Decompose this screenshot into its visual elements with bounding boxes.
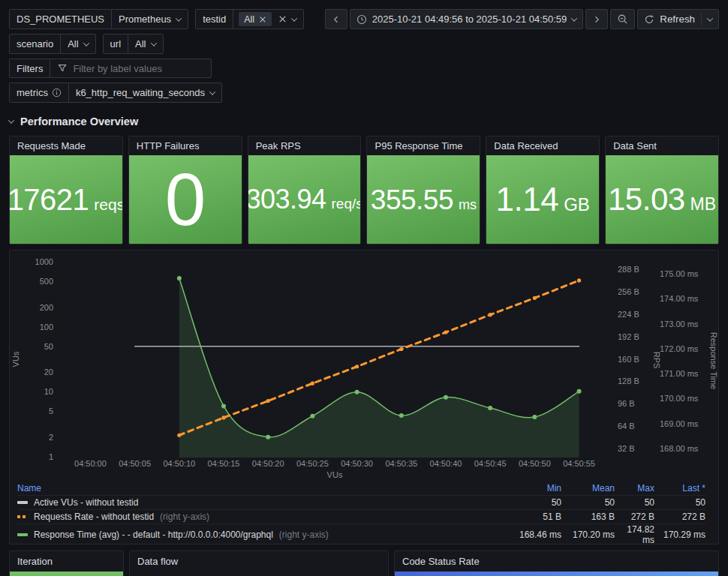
chevron-down-icon [571, 15, 577, 21]
legend-col-max[interactable]: Max [615, 483, 654, 494]
chevron-down-icon [209, 88, 215, 94]
metrics-value[interactable]: k6_http_req_waiting_seconds [69, 83, 221, 102]
legend-col-mean[interactable]: Mean [561, 483, 615, 494]
svg-text:64 B: 64 B [618, 422, 635, 430]
legend-col-min[interactable]: Min [505, 483, 561, 494]
svg-text:96 B: 96 B [618, 399, 635, 408]
remove-value-icon[interactable] [259, 16, 266, 23]
chevron-down-icon[interactable] [707, 15, 713, 21]
svg-text:04:50:25: 04:50:25 [296, 459, 329, 468]
stat-value: 15.03 [608, 184, 685, 215]
legend-col-last[interactable]: Last * [654, 483, 705, 494]
datasource-value[interactable]: Prometheus [112, 10, 188, 28]
svg-text:170.00 ms: 170.00 ms [660, 394, 699, 403]
testid-label: testid [196, 10, 233, 28]
clear-all-icon[interactable] [278, 15, 287, 23]
refresh-button[interactable]: Refresh [637, 9, 719, 29]
zoom-out-button[interactable] [610, 9, 635, 29]
stat-unit: GB [564, 194, 590, 215]
adhoc-filters[interactable]: Filters [9, 58, 212, 78]
svg-text:2: 2 [49, 433, 53, 442]
svg-text:169.00 ms: 169.00 ms [660, 419, 699, 428]
svg-text:RPS: RPS [652, 352, 661, 369]
svg-text:224 B: 224 B [618, 310, 639, 319]
legend-header: Name Min Mean Max Last * [17, 482, 705, 495]
funnel-icon [57, 63, 68, 74]
panel-title: Data Sent [606, 136, 718, 155]
testid-filter[interactable]: testid All [195, 9, 304, 29]
legend-row-requests-rate[interactable]: Requests Rate - without testid (right y-… [17, 509, 705, 524]
svg-text:200: 200 [40, 303, 53, 312]
svg-text:172.00 ms: 172.00 ms [660, 344, 699, 353]
legend-row-response-time[interactable]: Response Time (avg) - - default - http:/… [17, 524, 705, 538]
panel-title: Data flow [130, 551, 388, 572]
info-icon[interactable] [52, 88, 62, 98]
svg-text:1000: 1000 [35, 257, 53, 266]
svg-text:171.00 ms: 171.00 ms [660, 369, 699, 378]
collapse-chevron-icon [8, 117, 14, 123]
svg-text:04:50:55: 04:50:55 [563, 459, 595, 468]
panel-title: Requests Made [10, 136, 122, 155]
svg-text:5: 5 [49, 406, 53, 416]
dashboard: DS_PROMETHEUS Prometheus testid All [0, 0, 728, 576]
url-label: url [104, 34, 128, 53]
url-value[interactable]: All [128, 34, 162, 53]
chart-legend: Name Min Mean Max Last * Active VUs - wi… [10, 482, 718, 541]
time-shift-back-button[interactable] [325, 9, 347, 29]
svg-text:04:50:50: 04:50:50 [519, 459, 551, 468]
url-filter[interactable]: url All [103, 34, 164, 54]
time-range-text: 2025-10-21 04:49:56 to 2025-10-21 04:50:… [372, 14, 567, 25]
scenario-label: scenario [10, 34, 61, 53]
svg-text:500: 500 [40, 277, 53, 286]
svg-text:Response Time: Response Time [709, 332, 718, 389]
panel-title: Peak RPS [248, 136, 361, 155]
refresh-label: Refresh [660, 14, 695, 25]
chevron-down-icon [150, 40, 156, 46]
variables-area: DS_PROMETHEUS Prometheus testid All [9, 9, 304, 103]
svg-text:192 B: 192 B [618, 332, 639, 341]
row-performance-overview[interactable]: Performance Overview [9, 113, 719, 130]
panel-title: Iteration [10, 551, 123, 572]
stat-panel-p95-response-time: P95 Response Time 355.55 ms [366, 136, 480, 244]
legend-col-name[interactable]: Name [17, 483, 505, 494]
series-swatch[interactable] [17, 533, 28, 536]
chevron-down-icon[interactable] [291, 15, 297, 21]
datasource-picker[interactable]: DS_PROMETHEUS Prometheus [9, 9, 188, 29]
svg-text:256 B: 256 B [618, 287, 639, 296]
series-swatch[interactable] [17, 501, 28, 504]
svg-text:04:50:10: 04:50:10 [163, 459, 195, 468]
performance-chart[interactable]: 1000500200100502010521VUs288 B256 B224 B… [10, 250, 718, 482]
refresh-icon [644, 14, 654, 25]
svg-text:04:50:40: 04:50:40 [430, 459, 462, 468]
panel-title: P95 Response Time [367, 136, 480, 155]
filter-input[interactable] [73, 63, 204, 74]
stat-panel-http-failures: HTTP Failures 0 [128, 136, 242, 244]
testid-chip[interactable]: All [239, 12, 272, 26]
clock-icon [356, 14, 367, 25]
svg-text:04:50:00: 04:50:00 [74, 459, 107, 468]
datasource-label: DS_PROMETHEUS [10, 10, 112, 28]
series-swatch[interactable] [17, 515, 28, 518]
time-controls: 2025-10-21 04:49:56 to 2025-10-21 04:50:… [325, 9, 719, 29]
svg-text:VUs: VUs [327, 470, 343, 479]
chevron-down-icon [176, 15, 182, 21]
svg-text:20: 20 [44, 368, 53, 376]
scenario-filter[interactable]: scenario All [9, 34, 96, 54]
scenario-value[interactable]: All [61, 34, 95, 53]
svg-text:168.00 ms: 168.00 ms [660, 444, 699, 453]
bottom-row: Iteration Data flow Code Status Rate [9, 550, 719, 576]
time-shift-forward-button[interactable] [585, 9, 608, 29]
divider [701, 13, 702, 26]
metrics-picker[interactable]: metrics k6_http_req_waiting_seconds [9, 82, 222, 103]
svg-text:288 B: 288 B [618, 265, 639, 274]
toolbar: DS_PROMETHEUS Prometheus testid All [9, 9, 719, 103]
time-range-picker[interactable]: 2025-10-21 04:49:56 to 2025-10-21 04:50:… [350, 9, 584, 29]
stat-panel-data-sent: Data Sent 15.03 MB [605, 136, 719, 244]
code-status-gauge-bar [395, 572, 718, 576]
timeseries-panel: 1000500200100502010521VUs288 B256 B224 B… [9, 250, 719, 544]
panel-title: Data Received [486, 136, 599, 155]
svg-text:04:50:05: 04:50:05 [119, 459, 151, 468]
stat-unit: ms [459, 197, 477, 213]
legend-row-active-vus[interactable]: Active VUs - without testid 50 50 50 50 [17, 495, 705, 509]
svg-text:32 B: 32 B [618, 444, 635, 453]
